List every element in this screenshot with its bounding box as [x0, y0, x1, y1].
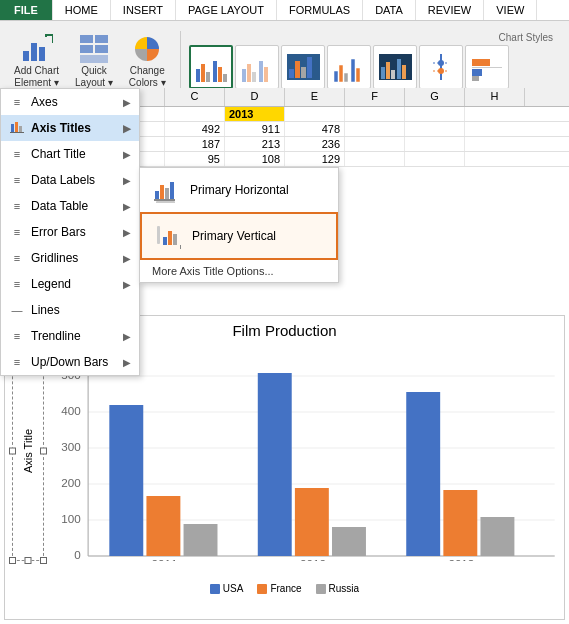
cell-f[interactable]: [345, 122, 405, 136]
cell-e-236[interactable]: 236: [285, 137, 345, 151]
svg-rect-78: [173, 234, 177, 245]
svg-rect-46: [472, 59, 490, 66]
svg-rect-8: [80, 45, 93, 53]
handle-bm[interactable]: [25, 557, 32, 564]
cell-c-492[interactable]: 492: [165, 122, 225, 136]
menu-item-updown-bars[interactable]: ≡ Up/Down Bars ▶: [1, 349, 139, 375]
axis-titles-icon: [9, 120, 25, 136]
cell-g[interactable]: [405, 137, 465, 151]
handle-ml[interactable]: [9, 448, 16, 455]
chart-style-2[interactable]: [235, 45, 279, 89]
svg-rect-6: [80, 35, 93, 43]
svg-rect-79: [180, 245, 181, 249]
svg-rect-35: [386, 62, 390, 79]
tab-insert[interactable]: INSERT: [111, 0, 176, 20]
menu-label-data-table: Data Table: [31, 199, 88, 213]
svg-rect-16: [218, 67, 222, 82]
cell-g[interactable]: [405, 152, 465, 166]
add-chart-element-button[interactable]: Add ChartElement ▾: [8, 29, 65, 93]
menu-overlay: ≡ Axes ▶ Axis Titles ▶ ≡ Chart Title ▶ ≡: [0, 88, 140, 376]
tab-file[interactable]: FILE: [0, 0, 53, 20]
svg-rect-25: [295, 61, 300, 78]
chart-style-1[interactable]: [189, 45, 233, 89]
svg-rect-18: [242, 69, 246, 82]
cell-e-478[interactable]: 478: [285, 122, 345, 136]
chart-style-6[interactable]: [419, 45, 463, 89]
svg-rect-44: [472, 67, 502, 68]
menu-item-gridlines[interactable]: ≡ Gridlines ▶: [1, 245, 139, 271]
handle-mr[interactable]: [40, 448, 47, 455]
bar-2012-russia: [332, 527, 366, 556]
tab-data[interactable]: DATA: [363, 0, 416, 20]
axes-icon: ≡: [9, 94, 25, 110]
svg-rect-45: [472, 69, 482, 76]
svg-rect-1: [31, 43, 37, 61]
cell-h[interactable]: [465, 152, 525, 166]
cell-c[interactable]: [165, 107, 225, 121]
tab-home[interactable]: HOME: [53, 0, 111, 20]
menu-label-updown-bars: Up/Down Bars: [31, 355, 108, 369]
change-colors-button[interactable]: ChangeColors ▾: [123, 29, 172, 93]
tab-review[interactable]: REVIEW: [416, 0, 484, 20]
menu-item-data-table[interactable]: ≡ Data Table ▶: [1, 193, 139, 219]
menu-item-data-labels[interactable]: ≡ Data Labels ▶: [1, 167, 139, 193]
tab-page-layout[interactable]: PAGE LAYOUT: [176, 0, 277, 20]
chart-style-5[interactable]: [373, 45, 417, 89]
axis-titles-arrow: ▶: [123, 123, 131, 134]
data-labels-arrow: ▶: [123, 175, 131, 186]
menu-label-lines: Lines: [31, 303, 60, 317]
chart-style-4[interactable]: [327, 45, 371, 89]
menu-item-axis-titles[interactable]: Axis Titles ▶: [1, 115, 139, 141]
cell-g[interactable]: [405, 122, 465, 136]
menu-item-trendline[interactable]: ≡ Trendline ▶: [1, 323, 139, 349]
cell-e[interactable]: [285, 107, 345, 121]
cell-h[interactable]: [465, 107, 525, 121]
cell-d-2013[interactable]: 2013: [225, 107, 285, 121]
chart-style-7[interactable]: [465, 45, 509, 89]
tab-view[interactable]: VIEW: [484, 0, 537, 20]
menu-label-axes: Axes: [31, 95, 58, 109]
svg-rect-74: [154, 199, 175, 201]
primary-horizontal-label: Primary Horizontal: [190, 183, 289, 197]
cell-f[interactable]: [345, 107, 405, 121]
chart-style-3[interactable]: [281, 45, 325, 89]
handle-br[interactable]: [40, 557, 47, 564]
menu-item-chart-title[interactable]: ≡ Chart Title ▶: [1, 141, 139, 167]
svg-text:300: 300: [61, 441, 80, 453]
svg-rect-47: [472, 76, 479, 81]
cell-g[interactable]: [405, 107, 465, 121]
cell-d-213[interactable]: 213: [225, 137, 285, 151]
cell-c-187[interactable]: 187: [165, 137, 225, 151]
tab-formulas[interactable]: FORMULAS: [277, 0, 363, 20]
menu-item-legend[interactable]: ≡ Legend ▶: [1, 271, 139, 297]
bar-2011-usa: [109, 405, 143, 556]
cell-e-129[interactable]: 129: [285, 152, 345, 166]
cell-f[interactable]: [345, 137, 405, 151]
cell-h[interactable]: [465, 137, 525, 151]
svg-rect-13: [201, 64, 205, 82]
svg-rect-77: [168, 231, 172, 245]
bar-2011-france: [146, 496, 180, 556]
svg-text:100: 100: [61, 513, 80, 525]
change-colors-icon: [131, 33, 163, 65]
quick-layout-button[interactable]: QuickLayout ▾: [69, 29, 119, 93]
submenu-primary-vertical[interactable]: Primary Vertical: [140, 212, 338, 260]
svg-rect-28: [334, 71, 338, 82]
svg-rect-72: [165, 188, 169, 199]
svg-text:2012: 2012: [300, 558, 326, 561]
bar-2012-france: [295, 488, 329, 556]
add-chart-icon: [21, 33, 53, 65]
cell-f[interactable]: [345, 152, 405, 166]
cell-d-108[interactable]: 108: [225, 152, 285, 166]
handle-bl[interactable]: [9, 557, 16, 564]
cell-c-95[interactable]: 95: [165, 152, 225, 166]
more-axis-title-options[interactable]: More Axis Title Options...: [140, 260, 338, 282]
submenu-primary-horizontal[interactable]: Primary Horizontal: [140, 168, 338, 212]
col-e: E: [285, 88, 345, 106]
svg-text:400: 400: [61, 405, 80, 417]
menu-item-axes[interactable]: ≡ Axes ▶: [1, 89, 139, 115]
menu-item-error-bars[interactable]: ≡ Error Bars ▶: [1, 219, 139, 245]
menu-item-lines[interactable]: — Lines: [1, 297, 139, 323]
cell-h[interactable]: [465, 122, 525, 136]
cell-d-911[interactable]: 911: [225, 122, 285, 136]
